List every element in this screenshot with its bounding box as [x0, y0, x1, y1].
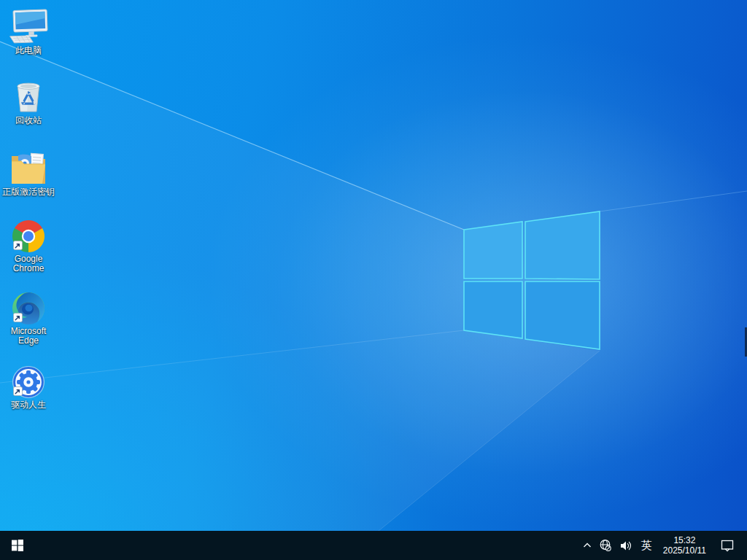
recycle-bin-icon [7, 79, 50, 114]
folder-icon [9, 152, 47, 185]
action-center-icon [721, 540, 734, 552]
chevron-up-icon [583, 541, 592, 550]
icon-label: Google Chrome [1, 254, 56, 273]
globe-no-internet-icon [599, 539, 612, 552]
ime-indicator[interactable]: 英 [636, 531, 657, 560]
action-center-button[interactable] [712, 531, 738, 560]
tray-expand-button[interactable] [579, 531, 595, 560]
start-button[interactable] [0, 531, 35, 560]
clock-date: 2025/10/11 [663, 545, 706, 556]
windows-start-icon [12, 540, 23, 551]
icon-label: 回收站 [15, 116, 42, 125]
monitor-icon [8, 9, 49, 44]
wallpaper [0, 0, 747, 560]
volume-button[interactable] [616, 531, 636, 560]
driver-life-icon [11, 365, 46, 398]
google-chrome-icon [11, 219, 46, 252]
desktop-icon-google-chrome[interactable]: Google Chrome [1, 219, 56, 273]
icon-label: Microsoft Edge [1, 327, 56, 346]
desktop-icon-microsoft-edge[interactable]: Microsoft Edge [1, 291, 56, 346]
taskbar: 英 15:32 2025/10/11 [0, 531, 747, 560]
activation-key-icon [7, 150, 50, 185]
icon-label: 正版激活密钥 [2, 187, 55, 197]
this-pc-icon [7, 9, 50, 44]
desktop-icon-this-pc[interactable]: 此电脑 [1, 9, 56, 55]
system-tray: 英 15:32 2025/10/11 [579, 531, 747, 560]
shortcut-arrow-icon [13, 312, 23, 325]
desktop-icon-driver-life[interactable]: 驱动人生 [1, 365, 56, 410]
microsoft-edge-icon [11, 291, 46, 324]
icon-label: 此电脑 [15, 46, 42, 55]
desktop-icon-recycle-bin[interactable]: 回收站 [1, 79, 56, 125]
shortcut-arrow-icon [13, 240, 23, 253]
shortcut-arrow-icon [13, 386, 23, 399]
desktop-icon-activation-key[interactable]: 正版激活密钥 [1, 150, 56, 197]
speaker-icon [619, 540, 632, 552]
clock-time: 15:32 [673, 535, 695, 545]
network-status-button[interactable] [595, 531, 616, 560]
desktop[interactable]: 此电脑 回收站 [0, 0, 747, 560]
icon-label: 驱动人生 [11, 400, 46, 410]
trash-bin-icon [12, 79, 44, 114]
tray-clock[interactable]: 15:32 2025/10/11 [657, 531, 712, 560]
